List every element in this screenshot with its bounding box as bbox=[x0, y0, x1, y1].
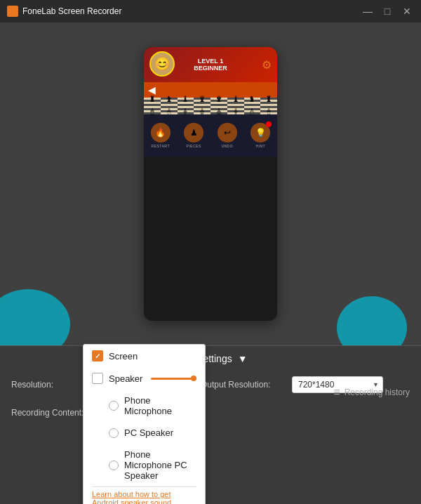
decor-blob-right bbox=[337, 296, 407, 345]
game-ctrl-icon: ♟ bbox=[184, 123, 203, 142]
chess-cell: ♘ bbox=[161, 112, 178, 114]
app-title: FoneLab Screen Recorder bbox=[22, 6, 121, 16]
speaker-slider[interactable] bbox=[151, 378, 196, 380]
game-ctrl-label: UNDO bbox=[221, 144, 233, 148]
phone-mic-pc-speaker-label: Phone Microphone PC Speaker bbox=[124, 449, 196, 481]
chess-board: ♜♞♝♛♚♝♞♜♟♟♟♟♟♟♟♟♙♙♙♙♙♙♙♙♖♘♗♕♔♗♘♖ bbox=[144, 98, 277, 114]
back-arrow-icon: ◀ bbox=[148, 84, 156, 95]
phone-mic-label: Phone Microphone bbox=[124, 395, 196, 416]
game-ctrl-label: HINT bbox=[255, 144, 265, 148]
resolution-label: Resolution: bbox=[11, 380, 81, 390]
game-ctrl-icon: ↩ bbox=[218, 123, 237, 142]
back-button[interactable]: ◀ bbox=[144, 82, 277, 98]
screen-checkbox[interactable] bbox=[92, 350, 103, 362]
chess-cell: ♕ bbox=[194, 112, 210, 114]
game-header: 😊 LEVEL 1 BEGINNER ⚙ bbox=[144, 47, 277, 82]
game-ctrl-btn-undo[interactable]: ↩UNDO bbox=[218, 123, 237, 148]
output-resolution-label: Output Resolution: bbox=[201, 380, 285, 390]
game-ctrl-btn-hint[interactable]: 💡HINT bbox=[250, 123, 270, 148]
recording-history-button[interactable]: ≡ Recording history bbox=[333, 386, 410, 399]
badge bbox=[266, 121, 272, 127]
hide-settings-arrow-icon: ▼ bbox=[238, 353, 248, 364]
phone-mic-radio[interactable] bbox=[109, 401, 119, 411]
chess-cell: ♖ bbox=[144, 112, 161, 114]
recording-history-icon: ≡ bbox=[333, 386, 340, 399]
title-bar: FoneLab Screen Recorder — □ ✕ bbox=[0, 0, 421, 22]
screen-label: Screen bbox=[109, 351, 138, 362]
recording-content-label: Recording Content: bbox=[11, 408, 83, 418]
gear-icon: ⚙ bbox=[262, 58, 272, 72]
main-display-area: 😊 LEVEL 1 BEGINNER ⚙ ◀ ♜♞♝♛♚♝♞♜♟♟♟♟♟♟♟♟♙… bbox=[0, 22, 421, 345]
phone-mic-pc-speaker-radio[interactable] bbox=[109, 460, 119, 470]
chess-piece: ♘ bbox=[249, 110, 255, 117]
close-button[interactable]: ✕ bbox=[400, 6, 414, 17]
dropdown-item-speaker[interactable]: Speaker bbox=[83, 367, 205, 390]
recording-content-row: Recording Content: Screen bbox=[0, 399, 421, 427]
window-controls: — □ ✕ bbox=[361, 6, 414, 17]
pc-speaker-radio[interactable] bbox=[109, 428, 119, 438]
title-bar-left: FoneLab Screen Recorder bbox=[7, 6, 121, 17]
chess-cell: ♘ bbox=[244, 112, 261, 114]
chess-piece: ♔ bbox=[216, 110, 222, 117]
pc-speaker-label: PC Speaker bbox=[124, 427, 173, 438]
dropdown-item-phone-mic-pc-speaker[interactable]: Phone Microphone PC Speaker bbox=[83, 444, 205, 486]
chess-cell: ♖ bbox=[260, 112, 277, 114]
game-ctrl-label: RESTART bbox=[152, 144, 170, 148]
recording-content-expanded-dropdown: Screen Speaker Phone Microphone PC Speak… bbox=[83, 344, 206, 504]
speaker-checkbox[interactable] bbox=[92, 373, 103, 384]
chess-piece: ♖ bbox=[266, 110, 272, 117]
avatar: 😊 bbox=[149, 51, 175, 77]
dropdown-item-phone-mic[interactable]: Phone Microphone bbox=[83, 390, 205, 422]
decor-blob-left bbox=[0, 289, 70, 345]
settings-panel: Resolution: Device Output Resolution: 72… bbox=[0, 371, 421, 427]
game-level: LEVEL 1 BEGINNER bbox=[194, 58, 227, 72]
chess-piece: ♕ bbox=[199, 110, 205, 117]
chess-piece: ♘ bbox=[166, 110, 172, 117]
maximize-button[interactable]: □ bbox=[380, 6, 394, 17]
dropdown-item-screen[interactable]: Screen bbox=[83, 345, 205, 367]
dropdown-item-pc-speaker[interactable]: PC Speaker bbox=[83, 422, 205, 444]
minimize-button[interactable]: — bbox=[361, 6, 375, 17]
game-ctrl-btn-pieces[interactable]: ♟PIECES bbox=[184, 123, 203, 148]
chess-cell: ♔ bbox=[210, 112, 227, 114]
hide-settings-bar[interactable]: Hide Settings ▼ bbox=[0, 345, 421, 371]
chess-cell: ♗ bbox=[227, 112, 244, 114]
recording-history-label: Recording history bbox=[345, 387, 410, 397]
game-ctrl-label: PIECES bbox=[187, 144, 201, 148]
chess-piece: ♖ bbox=[149, 110, 155, 117]
speaker-slider-thumb bbox=[191, 376, 196, 381]
game-ctrl-icon: 💡 bbox=[250, 123, 270, 142]
chess-piece: ♗ bbox=[182, 110, 188, 117]
chess-cell: ♗ bbox=[178, 112, 194, 114]
phone-frame: 😊 LEVEL 1 BEGINNER ⚙ ◀ ♜♞♝♛♚♝♞♜♟♟♟♟♟♟♟♟♙… bbox=[144, 47, 277, 321]
game-ctrl-icon: 🔥 bbox=[151, 123, 171, 142]
learn-link[interactable]: Learn about how to get Android speaker s… bbox=[83, 487, 205, 504]
game-controls-bar: 🔥RESTART♟PIECES↩UNDO💡HINT bbox=[144, 114, 277, 157]
chess-piece: ♗ bbox=[233, 110, 239, 117]
app-icon bbox=[7, 6, 18, 17]
game-ctrl-btn-restart[interactable]: 🔥RESTART bbox=[151, 123, 171, 148]
speaker-label: Speaker bbox=[109, 373, 142, 384]
